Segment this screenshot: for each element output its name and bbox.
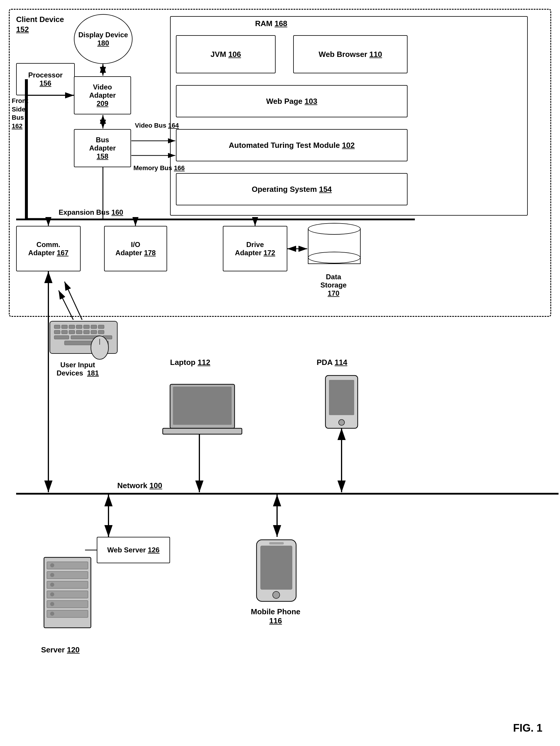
svg-rect-27 [91,325,97,328]
svg-point-59 [50,602,54,606]
network-label: Network 100 [117,481,162,490]
svg-rect-51 [47,581,88,589]
svg-point-64 [273,592,280,598]
svg-rect-31 [69,330,75,334]
svg-rect-32 [76,330,82,334]
diagram-container: Client Device 152 RAM 168 JVM 106 Web Br… [0,0,560,746]
svg-point-55 [50,563,54,567]
figure-label: FIG. 1 [513,722,542,734]
svg-rect-28 [98,325,104,328]
svg-point-47 [338,420,345,425]
atm-box: Automated Turing Test Module 102 [176,129,408,161]
ram-label: RAM 168 [255,19,287,28]
web-browser-box: Web Browser 110 [293,35,408,73]
user-input-devices-label: User Input Devices 181 [47,361,109,377]
svg-rect-54 [47,610,88,618]
data-storage-cylinder [308,223,361,264]
svg-point-40 [91,336,109,360]
svg-rect-22 [54,325,60,328]
comm-adapter-box: Comm.Adapter 167 [16,226,81,271]
svg-rect-43 [173,386,232,425]
expansion-bus-line [16,219,415,220]
io-adapter-box: I/OAdapter 178 [104,226,167,271]
network-line [16,493,559,495]
svg-rect-48 [44,557,91,628]
svg-rect-36 [54,336,69,339]
bus-adapter-box: BusAdapter158 [74,129,131,167]
svg-rect-30 [62,330,67,334]
svg-rect-62 [260,546,292,590]
svg-rect-24 [69,325,75,328]
data-storage-label: DataStorage170 [306,273,361,297]
fsb-line [25,95,28,219]
web-server-box: Web Server 126 [97,537,170,563]
svg-rect-38 [102,336,112,339]
os-box: Operating System 154 [176,173,408,205]
svg-rect-52 [47,591,88,598]
svg-rect-33 [84,330,89,334]
svg-rect-35 [98,330,104,334]
svg-rect-25 [76,325,82,328]
svg-rect-61 [257,540,296,601]
server-label: Server 120 [41,645,80,655]
svg-point-57 [50,582,54,587]
laptop-label: Laptop 112 [170,358,210,367]
jvm-box: JVM 106 [176,35,275,73]
web-page-box: Web Page 103 [176,85,408,117]
pda-label: PDA 114 [317,358,348,367]
svg-rect-23 [62,325,67,328]
display-device-oval: Display Device 180 [74,14,132,64]
svg-rect-46 [329,380,354,415]
mobile-phone-label: Mobile Phone 116 [243,607,308,625]
processor-box: Processor 156 [16,63,75,95]
svg-rect-29 [54,330,60,334]
svg-rect-34 [91,330,97,334]
drive-adapter-box: DriveAdapter 172 [223,226,287,271]
memory-bus-label: Memory Bus 166 [134,164,185,172]
svg-rect-53 [47,601,88,608]
svg-rect-26 [84,325,89,328]
svg-rect-44 [163,428,242,434]
svg-point-60 [50,612,54,616]
svg-rect-45 [325,375,358,428]
svg-rect-50 [47,571,88,579]
svg-rect-63 [269,542,284,544]
client-device-label: Client Device 152 [16,15,64,35]
video-adapter-box: VideoAdapter209 [74,76,131,114]
svg-rect-21 [50,321,117,353]
svg-rect-37 [71,336,100,339]
svg-point-58 [50,592,54,596]
svg-rect-39 [64,341,109,345]
svg-point-56 [50,573,54,577]
svg-rect-42 [170,384,235,428]
video-bus-label: Video Bus 164 [135,122,179,130]
expansion-bus-label: Expansion Bus 160 [59,208,123,217]
svg-rect-49 [47,562,88,569]
